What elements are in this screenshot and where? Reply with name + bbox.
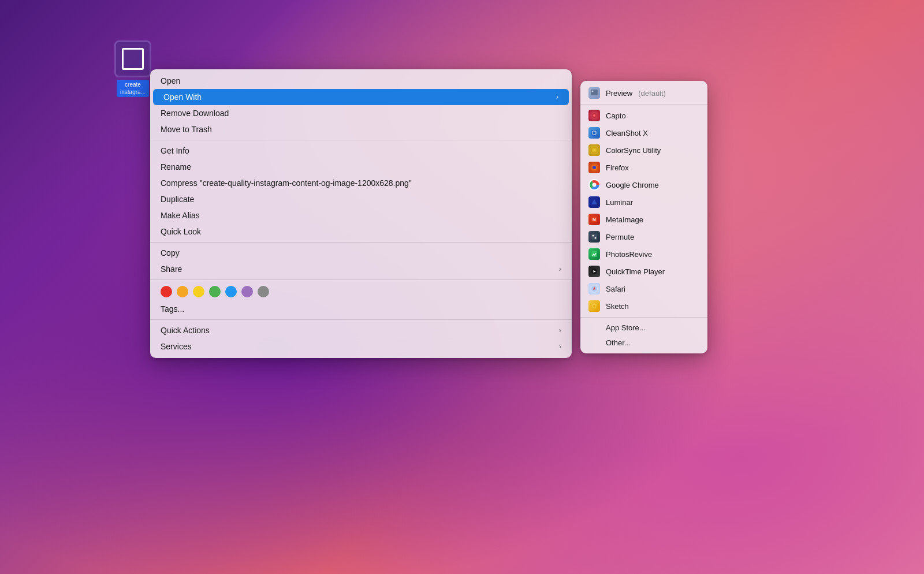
- submenu-open-with: Preview (default) Capto CleanShot X Colo…: [580, 81, 707, 353]
- submenu-item-colorsync[interactable]: ColorSync Utility: [580, 141, 707, 159]
- submenu-item-google-chrome[interactable]: Google Chrome: [580, 176, 707, 193]
- luminar-icon: [588, 196, 600, 208]
- menu-item-move-to-trash[interactable]: Move to Trash: [150, 121, 572, 137]
- quick-actions-arrow-icon: ›: [559, 326, 561, 334]
- context-menu: Open Open With › Remove Download Move to…: [150, 69, 572, 358]
- chrome-icon: [588, 179, 600, 191]
- submenu-item-metaimage[interactable]: M MetaImage: [580, 211, 707, 228]
- svg-point-10: [593, 183, 597, 187]
- separator-1: [150, 140, 572, 140]
- svg-rect-0: [591, 90, 598, 95]
- tag-dot-gray[interactable]: [258, 286, 269, 297]
- menu-item-open[interactable]: Open: [150, 73, 572, 89]
- share-arrow-icon: ›: [559, 265, 561, 273]
- metaimage-icon: M: [588, 214, 600, 225]
- capto-icon: [588, 110, 600, 121]
- preview-default-label: (default): [638, 89, 666, 98]
- submenu-item-other[interactable]: Other...: [580, 335, 707, 350]
- svg-point-15: [593, 235, 594, 237]
- svg-point-3: [593, 114, 595, 117]
- preview-label: Preview: [606, 89, 632, 98]
- open-with-arrow-icon: ›: [556, 93, 558, 101]
- colorsync-icon: [588, 144, 600, 156]
- permute-icon: [588, 231, 600, 243]
- file-icon-inner: [122, 48, 144, 70]
- menu-item-duplicate[interactable]: Duplicate: [150, 191, 572, 207]
- submenu-item-cleanshot[interactable]: CleanShot X: [580, 124, 707, 141]
- tag-dot-blue[interactable]: [225, 286, 237, 297]
- svg-point-8: [593, 166, 596, 169]
- submenu-item-luminar[interactable]: Luminar: [580, 193, 707, 211]
- submenu-separator-2: [580, 317, 707, 318]
- submenu-separator-1: [580, 104, 707, 105]
- menu-item-quick-look[interactable]: Quick Look: [150, 223, 572, 240]
- menu-item-copy[interactable]: Copy: [150, 245, 572, 261]
- cleanshot-icon: [588, 127, 600, 139]
- submenu-item-safari[interactable]: Safari: [580, 280, 707, 297]
- submenu-item-preview[interactable]: Preview (default): [580, 84, 707, 102]
- submenu-item-photosrevive[interactable]: PhotosRevive: [580, 245, 707, 263]
- menu-item-get-info[interactable]: Get Info: [150, 143, 572, 159]
- svg-point-16: [595, 237, 597, 239]
- sketch-label: Sketch: [606, 302, 629, 311]
- menu-item-services[interactable]: Services ›: [150, 338, 572, 355]
- svg-rect-14: [591, 234, 597, 240]
- luminar-label: Luminar: [606, 198, 633, 207]
- file-icon-graphic: [114, 40, 151, 77]
- capto-label: Capto: [606, 111, 626, 120]
- photosrevive-icon: [588, 248, 600, 260]
- submenu-item-capto[interactable]: Capto: [580, 107, 707, 124]
- permute-label: Permute: [606, 233, 634, 241]
- separator-2: [150, 242, 572, 243]
- firefox-label: Firefox: [606, 163, 629, 172]
- quicktime-icon: [588, 266, 600, 277]
- menu-item-rename[interactable]: Rename: [150, 159, 572, 175]
- photosrevive-label: PhotosRevive: [606, 250, 652, 259]
- menu-item-compress[interactable]: Compress "create-quality-instagram-conte…: [150, 175, 572, 191]
- tag-dot-yellow[interactable]: [193, 286, 204, 297]
- separator-3: [150, 279, 572, 280]
- safari-label: Safari: [606, 285, 625, 293]
- cleanshot-label: CleanShot X: [606, 129, 648, 137]
- tags-color-row: [150, 282, 572, 301]
- menu-item-remove-download[interactable]: Remove Download: [150, 105, 572, 121]
- tag-dot-red[interactable]: [161, 286, 172, 297]
- services-arrow-icon: ›: [559, 342, 561, 351]
- tag-dot-orange[interactable]: [177, 286, 188, 297]
- menu-item-quick-actions[interactable]: Quick Actions ›: [150, 322, 572, 338]
- tag-dot-green[interactable]: [209, 286, 221, 297]
- file-icon-label: create instagra...: [117, 80, 149, 97]
- menu-item-share[interactable]: Share ›: [150, 261, 572, 277]
- svg-text:M: M: [593, 218, 596, 222]
- quicktime-label: QuickTime Player: [606, 267, 665, 276]
- preview-icon: [588, 87, 600, 99]
- svg-point-1: [592, 91, 594, 92]
- tag-dot-purple[interactable]: [241, 286, 253, 297]
- menu-item-open-with[interactable]: Open With ›: [153, 89, 569, 105]
- safari-icon: [588, 283, 600, 295]
- firefox-icon: [588, 162, 600, 173]
- submenu-item-sketch[interactable]: Sketch: [580, 297, 707, 315]
- submenu-item-app-store[interactable]: App Store...: [580, 320, 707, 335]
- separator-4: [150, 319, 572, 320]
- menu-item-tags[interactable]: Tags...: [150, 301, 572, 317]
- submenu-item-firefox[interactable]: Firefox: [580, 159, 707, 176]
- colorsync-label: ColorSync Utility: [606, 146, 661, 155]
- submenu-item-quicktime[interactable]: QuickTime Player: [580, 263, 707, 280]
- menu-item-make-alias[interactable]: Make Alias: [150, 207, 572, 223]
- chrome-label: Google Chrome: [606, 181, 659, 189]
- svg-marker-11: [591, 199, 597, 204]
- metaimage-label: MetaImage: [606, 215, 643, 224]
- sketch-icon: [588, 300, 600, 312]
- submenu-item-permute[interactable]: Permute: [580, 228, 707, 245]
